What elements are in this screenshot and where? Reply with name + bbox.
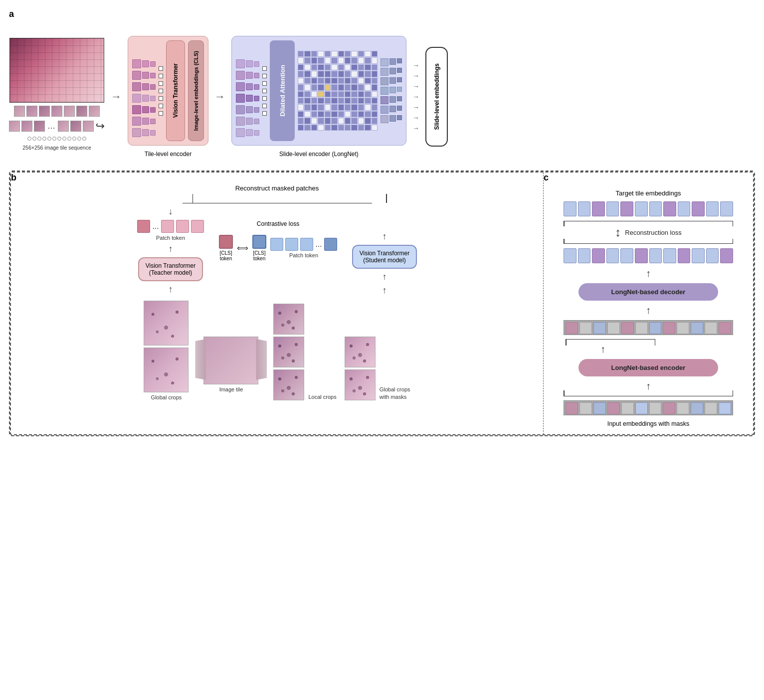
tile-encoder-box: Vision Transformer Image-level embedding… (128, 36, 208, 146)
masked-crop-2 (345, 369, 376, 400)
panel-b: b Reconstruct masked patches (11, 173, 544, 434)
student-model-col: ↑ Vision Transformer(Student model) ↑ ↑ (352, 231, 417, 296)
image-tile-label: Image tile (219, 386, 243, 392)
longnet-encoder-label: LongNet-based encoder (611, 364, 686, 371)
teacher-model-label: Vision Transformer(Teacher model) (146, 262, 195, 276)
panel-b-label: b (11, 173, 16, 183)
panel-c-content: Target tile embeddings (551, 179, 746, 427)
local-crop-1 (273, 304, 304, 335)
panels-bc-container: b Reconstruct masked patches (9, 171, 755, 436)
masked-input-bar (564, 320, 733, 335)
panel-c-label: c (544, 173, 549, 183)
image-tile (203, 337, 258, 384)
patch-token-student-label: Patch token (289, 252, 318, 258)
vision-transformer-label: Vision Transformer (172, 63, 179, 118)
teacher-model-box: Vision Transformer(Teacher model) (138, 257, 203, 281)
local-crop-3 (273, 369, 304, 400)
longnet-encoder-box: LongNet-based encoder (578, 359, 718, 376)
input-embed-bar (564, 400, 733, 415)
target-embeddings-label: Target tile embeddings (616, 189, 681, 197)
slide-embeddings-label: Slide-level embeddings (433, 63, 440, 130)
tile-encoder-label: Tile-level encoder (145, 151, 191, 158)
reconstruction-loss-label: Reconstruction loss (625, 229, 681, 236)
longnet-decoder-label: LongNet-based decoder (611, 288, 686, 296)
target-embed-bar (564, 201, 733, 217)
cls-token-pink (219, 235, 233, 249)
cls-label: Image-level embeddings (CLS) (193, 51, 199, 131)
vision-transformer-column: Vision Transformer (166, 40, 185, 141)
slide-area: … ↩ (9, 38, 105, 151)
local-crops-label: Local crops (308, 394, 336, 400)
global-crops-label: Global crops (151, 394, 182, 400)
reconstruct-label: Reconstruct masked patches (235, 184, 319, 192)
crops-row: Global crops Image tile (18, 301, 536, 400)
local-crop-2 (273, 337, 304, 367)
contrastive-label: Contrastive loss (257, 220, 299, 227)
attention-grid (298, 51, 378, 131)
global-crops-masked-label: Global cropswith masks (380, 386, 410, 400)
slide-embeddings-box: Slide-level embeddings (425, 47, 448, 147)
panel-c: c Target tile embeddings (544, 173, 753, 434)
global-crop-2 (144, 348, 189, 392)
teacher-model-col: ↓ … Patch token (137, 206, 204, 295)
global-crops-group: Global crops (144, 301, 189, 400)
input-embeddings-label: Input embeddings with masks (607, 420, 690, 427)
masked-crop-1 (345, 337, 376, 367)
decoder-output-bar (564, 248, 733, 264)
cls-token-blue (252, 235, 266, 249)
longnet-decoder-box: LongNet-based decoder (578, 283, 718, 301)
student-model-label: Vision Transformer(Student model) (360, 250, 409, 264)
output-embed-stacks (381, 40, 402, 141)
dilated-attention-box: Dilated Attention (270, 40, 295, 141)
global-crop-1 (144, 301, 189, 346)
panel-a-label: a (9, 9, 14, 19)
slide-sequence-label: 256×256 image tile sequence (22, 145, 91, 151)
cls-column: Image-level embeddings (CLS) (188, 40, 204, 141)
student-model-box: Vision Transformer(Student model) (352, 245, 417, 269)
patch-token-teacher-label: Patch token (156, 235, 185, 241)
slide-encoder-box: Dilated Attention (231, 36, 406, 146)
dilated-attention-label: Dilated Attention (279, 65, 286, 117)
slide-image (9, 38, 104, 103)
slide-encoder-label: Slide-level encoder (LongNet) (279, 151, 359, 158)
